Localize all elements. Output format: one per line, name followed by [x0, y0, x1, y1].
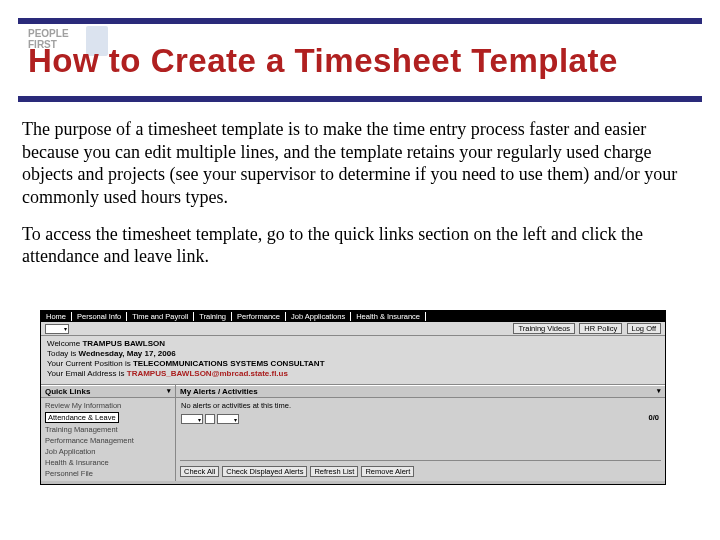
btn-refresh-list[interactable]: Refresh List — [310, 466, 358, 477]
link-training-videos[interactable]: Training Videos — [513, 323, 575, 334]
btn-check-all[interactable]: Check All — [180, 466, 219, 477]
welcome-name: TRAMPUS BAWLSON — [82, 339, 165, 348]
date-value: Wednesday, May 17, 2006 — [79, 349, 176, 358]
ql-attendance-leave[interactable]: Attendance & Leave — [45, 411, 171, 424]
welcome-block: Welcome TRAMPUS BAWLSON Today is Wednesd… — [41, 336, 665, 385]
welcome-label: Welcome — [47, 339, 82, 348]
toolbar-right: Training Videos HR Policy Log Off — [511, 324, 661, 333]
alerts-body: No alerts or activities at this time. — [176, 398, 665, 427]
top-nav: Home Personal Info Time and Payroll Trai… — [41, 311, 665, 322]
quick-links-panel: Quick Links ▾ Review My Information Atte… — [41, 385, 176, 481]
nav-time-payroll[interactable]: Time and Payroll — [127, 312, 194, 321]
ql-attendance-leave-label: Attendance & Leave — [45, 412, 119, 423]
ql-review-info[interactable]: Review My Information — [45, 400, 171, 411]
position-value: TELECOMMUNICATIONS SYSTEMS CONSULTANT — [133, 359, 325, 368]
nav-job-applications[interactable]: Job Applications — [286, 312, 351, 321]
quick-links-header: Quick Links ▾ — [41, 385, 175, 398]
embedded-screenshot: Home Personal Info Time and Payroll Trai… — [40, 310, 666, 485]
btn-remove-alert[interactable]: Remove Alert — [361, 466, 414, 477]
alerts-title: My Alerts / Activities — [180, 387, 258, 396]
alerts-checkbox[interactable] — [205, 414, 215, 424]
nav-home[interactable]: Home — [41, 312, 72, 321]
nav-training[interactable]: Training — [194, 312, 232, 321]
divider — [180, 460, 661, 461]
alerts-dropdown-2[interactable] — [217, 414, 239, 424]
ql-training-mgmt[interactable]: Training Management — [45, 424, 171, 435]
alerts-panel: My Alerts / Activities ▾ No alerts or ac… — [176, 385, 665, 481]
link-log-off[interactable]: Log Off — [627, 323, 661, 334]
paragraph-1: The purpose of a timesheet template is t… — [22, 118, 698, 209]
chevron-down-icon[interactable]: ▾ — [657, 387, 661, 396]
chevron-down-icon[interactable]: ▾ — [167, 387, 171, 396]
title-underline — [18, 96, 702, 102]
toolbar: Training Videos HR Policy Log Off — [41, 322, 665, 336]
alerts-controls — [181, 414, 660, 424]
top-rule — [18, 18, 702, 24]
btn-check-displayed[interactable]: Check Displayed Alerts — [222, 466, 307, 477]
alerts-dropdown-1[interactable] — [181, 414, 203, 424]
quick-links-list: Review My Information Attendance & Leave… — [41, 398, 175, 481]
email-label: Your Email Address is — [47, 369, 127, 378]
nav-health-insurance[interactable]: Health & Insurance — [351, 312, 426, 321]
email-value: TRAMPUS_BAWLSON@mbrcad.state.fl.us — [127, 369, 288, 378]
nav-personal-info[interactable]: Personal Info — [72, 312, 127, 321]
ql-health-insurance[interactable]: Health & Insurance — [45, 457, 171, 468]
body-copy: The purpose of a timesheet template is t… — [22, 118, 698, 282]
ql-performance-mgmt[interactable]: Performance Management — [45, 435, 171, 446]
lower-panels: Quick Links ▾ Review My Information Atte… — [41, 385, 665, 481]
toolbar-dropdown[interactable] — [45, 324, 69, 334]
page-title: How to Create a Timesheet Template — [28, 42, 700, 80]
paragraph-2: To access the timesheet template, go to … — [22, 223, 698, 268]
alerts-count: 0/0 — [649, 413, 659, 422]
alerts-button-row: Check All Check Displayed Alerts Refresh… — [180, 466, 414, 477]
link-hr-policy[interactable]: HR Policy — [579, 323, 622, 334]
ql-job-application[interactable]: Job Application — [45, 446, 171, 457]
ql-personnel-file[interactable]: Personnel File — [45, 468, 171, 479]
date-label: Today is — [47, 349, 79, 358]
logo-text-1: PEOPLE — [28, 28, 69, 39]
quick-links-title: Quick Links — [45, 387, 90, 396]
nav-performance[interactable]: Performance — [232, 312, 286, 321]
alerts-header: My Alerts / Activities ▾ — [176, 385, 665, 398]
position-label: Your Current Position is — [47, 359, 133, 368]
alerts-none-msg: No alerts or activities at this time. — [181, 401, 660, 410]
